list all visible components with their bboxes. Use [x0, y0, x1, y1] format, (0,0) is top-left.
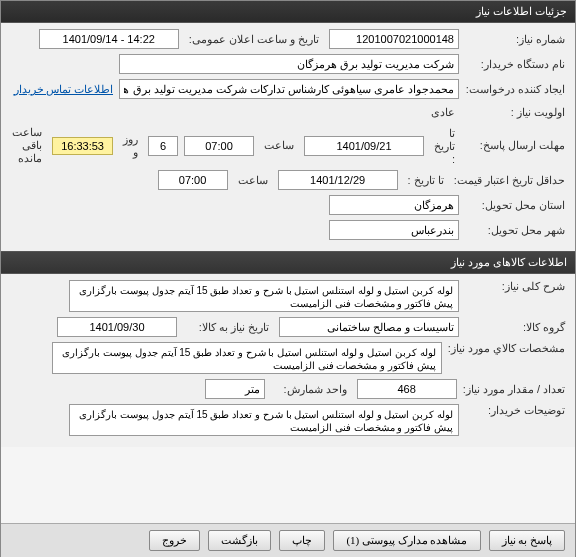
price-validity-date-field[interactable] [278, 170, 398, 190]
label-buyer-notes: توضیحات خریدار: [465, 404, 565, 417]
items-section-title: اطلاعات کالاهای مورد نیاز [451, 256, 567, 268]
label-requester: ایجاد کننده درخواست: [465, 83, 565, 96]
row-need-number: شماره نیاز: تاریخ و ساعت اعلان عمومی: [11, 29, 565, 49]
contact-info-link[interactable]: اطلاعات تماس خریدار [14, 83, 114, 96]
items-section: شرح کلی نیاز: گروه کالا: تاریخ نیاز به ک… [1, 274, 575, 447]
row-requester: ایجاد کننده درخواست: اطلاعات تماس خریدار [11, 79, 565, 99]
response-date-field[interactable] [304, 136, 424, 156]
items-section-header: اطلاعات کالاهای مورد نیاز [1, 251, 575, 274]
label-price-validity: حداقل تاریخ اعتبار قیمت: [454, 174, 565, 187]
label-time-1: ساعت [260, 139, 298, 152]
row-priority: اولویت نیاز : عادی [11, 104, 565, 121]
label-delivery-city: شهر محل تحویل: [465, 224, 565, 237]
label-product-group: گروه کالا: [465, 321, 565, 334]
label-delivery-province: استان محل تحویل: [465, 199, 565, 212]
label-priority: اولویت نیاز : [465, 106, 565, 119]
window-title: جزئیات اطلاعات نیاز [476, 5, 567, 17]
label-hours-remain: ساعت باقی مانده [8, 126, 46, 165]
buyer-notes-field[interactable] [69, 404, 459, 436]
row-buyer-notes: توضیحات خریدار: [11, 404, 565, 436]
quantity-field[interactable] [357, 379, 457, 399]
attachments-button[interactable]: مشاهده مدارک پیوستی (1) [333, 530, 480, 551]
product-group-field[interactable] [279, 317, 459, 337]
row-delivery-province: استان محل تحویل: [11, 195, 565, 215]
price-validity-time-field[interactable] [158, 170, 228, 190]
back-button[interactable]: بازگشت [208, 530, 271, 551]
exit-button[interactable]: خروج [149, 530, 200, 551]
need-number-field[interactable] [329, 29, 459, 49]
buyer-org-field[interactable] [119, 54, 459, 74]
response-time-field[interactable] [184, 136, 254, 156]
label-quantity: تعداد / مقدار مورد نیاز: [463, 383, 565, 396]
row-quantity: تعداد / مقدار مورد نیاز: واحد شمارش: [11, 379, 565, 399]
label-unit: واحد شمارش: [271, 383, 351, 396]
general-desc-field[interactable] [69, 280, 459, 312]
row-product-spec: مشخصات کالاي مورد نیاز: [11, 342, 565, 374]
window-title-bar: جزئیات اطلاعات نیاز [1, 1, 575, 23]
time-remain-box: 16:33:53 [52, 137, 113, 155]
unit-field[interactable] [205, 379, 265, 399]
label-buyer-org: نام دستگاه خریدار: [465, 58, 565, 71]
days-remain-box: 6 [148, 136, 178, 156]
need-by-date-field[interactable] [57, 317, 177, 337]
label-need-by-date: تاریخ نیاز به کالا: [183, 321, 273, 334]
requester-field[interactable] [119, 79, 459, 99]
row-price-validity: حداقل تاریخ اعتبار قیمت: تا تاریخ : ساعت [11, 170, 565, 190]
row-buyer-org: نام دستگاه خریدار: [11, 54, 565, 74]
label-until-date-2: تا تاریخ : [404, 174, 448, 187]
label-announce-datetime: تاریخ و ساعت اعلان عمومی: [185, 33, 323, 46]
announce-datetime-field[interactable] [39, 29, 179, 49]
row-general-desc: شرح کلی نیاز: [11, 280, 565, 312]
print-button[interactable]: چاپ [279, 530, 325, 551]
product-spec-field[interactable] [52, 342, 442, 374]
respond-button[interactable]: پاسخ به نیاز [489, 530, 566, 551]
row-response-deadline: مهلت ارسال پاسخ: تا تاریخ : ساعت 6 روز و… [11, 126, 565, 165]
label-need-number: شماره نیاز: [465, 33, 565, 46]
label-time-2: ساعت [234, 174, 272, 187]
label-days-and: روز و [119, 133, 142, 159]
priority-value: عادی [427, 104, 459, 121]
row-delivery-city: شهر محل تحویل: [11, 220, 565, 240]
label-response-deadline: مهلت ارسال پاسخ: [465, 139, 565, 152]
main-window: جزئیات اطلاعات نیاز شماره نیاز: تاریخ و … [0, 0, 576, 557]
footer-toolbar: پاسخ به نیاز مشاهده مدارک پیوستی (1) چاپ… [1, 523, 575, 557]
delivery-province-field[interactable] [329, 195, 459, 215]
row-product-group: گروه کالا: تاریخ نیاز به کالا: [11, 317, 565, 337]
delivery-city-field[interactable] [329, 220, 459, 240]
label-until-date-1: تا تاریخ : [430, 127, 459, 165]
need-info-section: شماره نیاز: تاریخ و ساعت اعلان عمومی: نا… [1, 23, 575, 251]
label-product-spec: مشخصات کالاي مورد نیاز: [448, 342, 565, 355]
label-general-desc: شرح کلی نیاز: [465, 280, 565, 293]
